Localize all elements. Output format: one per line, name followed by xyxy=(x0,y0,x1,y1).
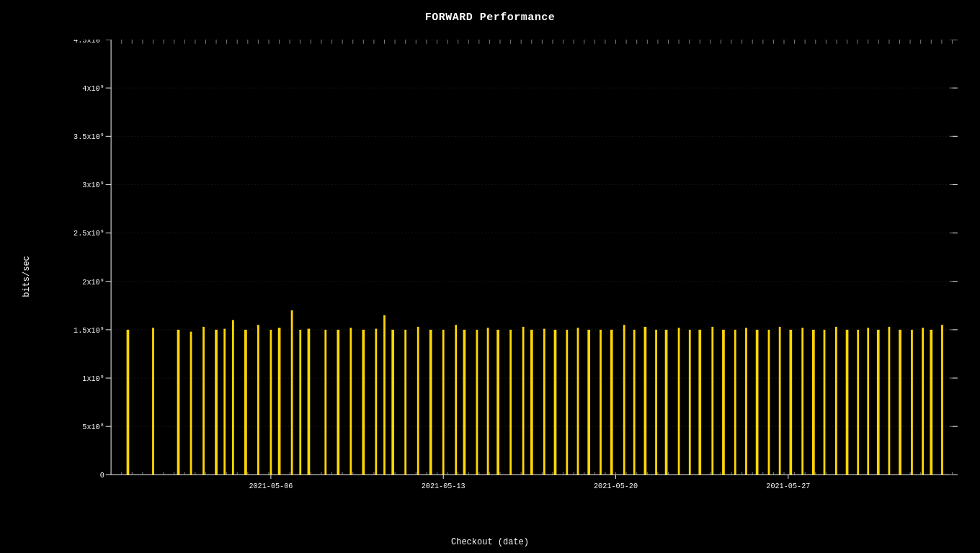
svg-text:2021-05-06: 2021-05-06 xyxy=(249,482,293,490)
svg-rect-289 xyxy=(911,330,913,475)
svg-rect-292 xyxy=(941,325,943,475)
svg-rect-268 xyxy=(678,328,680,475)
svg-rect-290 xyxy=(922,328,924,475)
svg-rect-249 xyxy=(463,330,466,475)
svg-rect-227 xyxy=(215,330,218,475)
svg-rect-272 xyxy=(722,330,725,475)
svg-rect-291 xyxy=(930,330,932,475)
svg-rect-250 xyxy=(476,330,478,475)
svg-rect-286 xyxy=(877,330,880,475)
svg-rect-233 xyxy=(278,328,281,475)
svg-rect-230 xyxy=(244,330,247,475)
svg-rect-259 xyxy=(577,328,579,475)
chart-container: FORWARD Performance bits/sec Checkout (d… xyxy=(0,0,980,553)
svg-text:4.5x10⁹: 4.5x10⁹ xyxy=(74,40,104,45)
x-axis-label: Checkout (date) xyxy=(0,537,980,547)
svg-rect-287 xyxy=(888,327,891,475)
svg-rect-224 xyxy=(177,330,180,475)
svg-rect-245 xyxy=(417,327,419,475)
svg-text:2021-05-20: 2021-05-20 xyxy=(594,482,638,490)
svg-rect-252 xyxy=(496,330,499,475)
svg-rect-266 xyxy=(655,330,657,475)
svg-rect-225 xyxy=(190,332,192,475)
svg-rect-285 xyxy=(867,328,869,475)
svg-rect-269 xyxy=(689,330,691,475)
svg-rect-260 xyxy=(587,330,590,475)
svg-rect-222 xyxy=(127,330,130,475)
svg-rect-241 xyxy=(375,329,377,475)
svg-rect-223 xyxy=(152,328,154,475)
svg-rect-236 xyxy=(308,329,311,475)
svg-rect-255 xyxy=(530,330,533,475)
svg-text:0: 0 xyxy=(100,471,104,480)
svg-rect-281 xyxy=(824,330,826,475)
svg-rect-271 xyxy=(711,327,713,475)
svg-rect-280 xyxy=(812,330,815,475)
y-axis-label: bits/sec xyxy=(22,256,32,297)
svg-rect-256 xyxy=(543,329,545,475)
svg-rect-283 xyxy=(846,330,849,475)
svg-rect-248 xyxy=(455,325,457,475)
svg-rect-235 xyxy=(299,330,301,475)
svg-rect-257 xyxy=(554,330,557,475)
svg-rect-240 xyxy=(362,330,365,475)
svg-text:2x10⁹: 2x10⁹ xyxy=(82,277,104,286)
svg-rect-251 xyxy=(487,328,489,475)
svg-rect-277 xyxy=(779,327,781,475)
svg-rect-284 xyxy=(857,330,859,475)
svg-text:2021-05-13: 2021-05-13 xyxy=(422,482,466,490)
svg-rect-275 xyxy=(756,330,759,475)
svg-rect-229 xyxy=(232,320,234,475)
svg-rect-279 xyxy=(801,328,803,475)
chart-title: FORWARD Performance xyxy=(0,12,980,24)
svg-rect-258 xyxy=(566,330,568,475)
svg-rect-274 xyxy=(745,328,747,475)
svg-text:1.5x10⁹: 1.5x10⁹ xyxy=(74,326,104,335)
svg-rect-239 xyxy=(349,328,352,475)
svg-rect-273 xyxy=(734,330,736,475)
svg-rect-237 xyxy=(324,330,326,475)
svg-rect-246 xyxy=(429,330,432,475)
svg-text:3x10⁹: 3x10⁹ xyxy=(82,181,104,189)
svg-text:4x10⁹: 4x10⁹ xyxy=(82,84,104,93)
svg-text:5x10⁸: 5x10⁸ xyxy=(82,423,104,431)
svg-text:3.5x10⁹: 3.5x10⁹ xyxy=(74,132,104,141)
svg-rect-261 xyxy=(600,330,602,475)
svg-rect-263 xyxy=(623,325,625,475)
svg-rect-238 xyxy=(337,330,339,475)
svg-rect-232 xyxy=(270,330,272,475)
svg-rect-265 xyxy=(644,327,647,475)
svg-rect-288 xyxy=(899,330,901,475)
svg-rect-262 xyxy=(610,330,613,475)
chart-svg: 4.5x10⁹4x10⁹3.5x10⁹3x10⁹2.5x10⁹2x10⁹1.5x… xyxy=(58,40,966,495)
svg-rect-228 xyxy=(223,329,226,475)
svg-text:2021-05-27: 2021-05-27 xyxy=(766,482,810,490)
svg-rect-270 xyxy=(698,330,701,475)
svg-text:1x10⁹: 1x10⁹ xyxy=(82,374,104,383)
svg-rect-278 xyxy=(789,330,792,475)
svg-rect-243 xyxy=(391,330,394,475)
svg-rect-242 xyxy=(383,315,386,475)
chart-area: 4.5x10⁹4x10⁹3.5x10⁹3x10⁹2.5x10⁹2x10⁹1.5x… xyxy=(58,40,966,495)
svg-rect-276 xyxy=(768,330,770,475)
svg-text:2.5x10⁹: 2.5x10⁹ xyxy=(74,229,104,238)
svg-rect-247 xyxy=(442,330,445,475)
svg-rect-267 xyxy=(665,330,668,475)
svg-rect-234 xyxy=(291,310,293,475)
svg-rect-254 xyxy=(522,327,525,475)
svg-rect-226 xyxy=(202,327,205,475)
svg-rect-253 xyxy=(509,330,512,475)
svg-rect-282 xyxy=(835,327,837,475)
svg-rect-264 xyxy=(633,330,636,475)
svg-rect-244 xyxy=(404,330,406,475)
svg-rect-231 xyxy=(257,325,259,475)
